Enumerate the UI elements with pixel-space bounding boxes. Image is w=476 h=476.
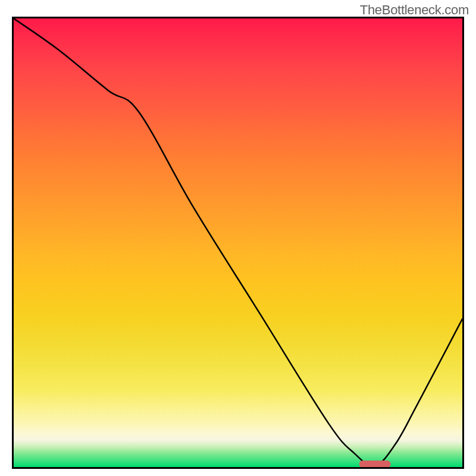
chart-container: TheBottleneck.com xyxy=(0,0,476,476)
optimum-marker xyxy=(359,461,391,468)
watermark-text: TheBottleneck.com xyxy=(360,2,469,18)
curve-line xyxy=(14,18,462,466)
curve-layer xyxy=(14,18,462,467)
plot-area xyxy=(12,17,464,469)
